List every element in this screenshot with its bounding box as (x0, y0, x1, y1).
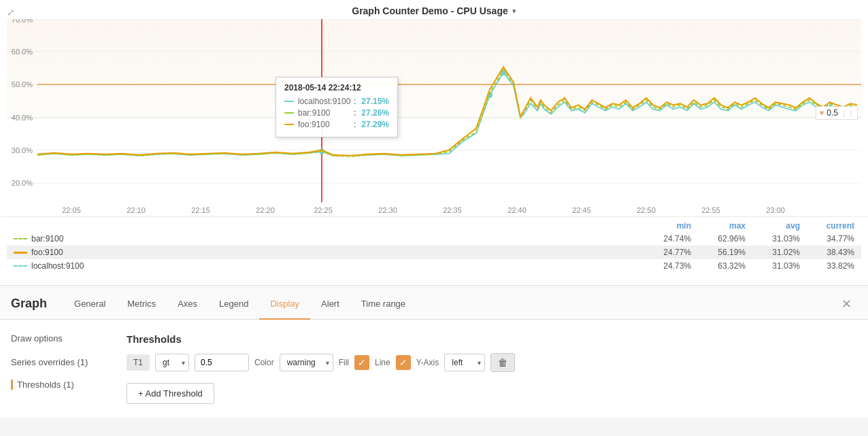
legend-min-bar: 24.74% (637, 234, 691, 244)
svg-text:23:00: 23:00 (766, 206, 785, 214)
legend-max-foo: 56.19% (691, 248, 746, 257)
svg-text:22:20: 22:20 (256, 206, 275, 214)
tooltip-series-localhost: localhost:9100 (298, 97, 354, 106)
series-overrides-label: Series overrides (1) (11, 357, 99, 367)
svg-text:40.0%: 40.0% (12, 114, 33, 122)
svg-text:22:50: 22:50 (637, 206, 656, 214)
legend-avg-bar: 31.03% (746, 234, 800, 244)
color-select[interactable]: warning critical ok custom (280, 354, 333, 371)
fill-field-label: Fill (339, 358, 349, 367)
threshold-heart-icon: ♥ (819, 108, 824, 118)
legend-line-bar (14, 238, 27, 239)
legend-row-localhost[interactable]: localhost:9100 24.73% 63.32% 31.03% 33.8… (7, 259, 861, 273)
svg-text:60.0%: 60.0% (12, 48, 33, 56)
legend-max-bar: 62.96% (691, 234, 746, 244)
chart-area: 70.0% 60.0% 50.0% 40.0% 30.0% 20.0% 22:0… (7, 19, 861, 216)
color-field-label: Color (254, 358, 274, 367)
condition-select-wrap: gt lt ge le ▾ (155, 354, 189, 371)
legend-name-bar: bar:9100 (31, 234, 637, 244)
delete-threshold-button[interactable]: 🗑 (490, 353, 515, 372)
threshold-row-t1: T1 gt lt ge le ▾ Color warning critica (127, 353, 857, 372)
tooltip-series-bar: bar:9100 (298, 108, 354, 118)
svg-text:20.0%: 20.0% (12, 179, 33, 187)
thresholds-title: Thresholds (127, 333, 857, 345)
panel-title: Graph (11, 288, 47, 319)
svg-text:22:40: 22:40 (507, 206, 527, 214)
tooltip-row-foo: foo:9100: 27.29% (284, 120, 389, 129)
legend-current-header: current (800, 221, 854, 231)
legend-row-foo[interactable]: foo:9100 24.77% 56.19% 31.02% 38.43% (7, 246, 861, 259)
legend-min-header: min (637, 221, 691, 231)
line-checkbox[interactable]: ✓ (396, 355, 411, 370)
tab-legend[interactable]: Legend (208, 289, 259, 320)
tab-display[interactable]: Display (259, 289, 310, 320)
legend-avg-header: avg (746, 221, 800, 231)
tooltip-val-localhost: 27.15% (361, 97, 389, 106)
legend-min-foo: 24.77% (637, 248, 691, 257)
tooltip-color-foo (284, 124, 294, 125)
tooltip-color-localhost (284, 101, 294, 102)
svg-text:70.0%: 70.0% (12, 19, 33, 24)
legend-min-localhost: 24.73% (637, 261, 691, 271)
threshold-label: ♥ 0.5 ⋮⋮ (816, 106, 858, 120)
fill-checkbox[interactable]: ✓ (354, 355, 369, 370)
legend-avg-foo: 31.02% (746, 248, 800, 257)
threshold-drag-icon[interactable]: ⋮⋮ (841, 110, 854, 117)
svg-text:22:35: 22:35 (443, 206, 462, 214)
tooltip-row-bar: bar:9100: 27.26% (284, 108, 389, 118)
draw-options-section: Draw options Series overrides (1) Thresh… (11, 333, 99, 404)
tooltip-val-foo: 27.29% (361, 120, 389, 129)
graph-title: Graph Counter Demo - CPU Usage (352, 5, 507, 16)
svg-text:30.0%: 30.0% (12, 146, 33, 154)
legend-current-localhost: 33.82% (800, 261, 854, 271)
legend-area: min max avg current bar:9100 24.74% 62.9… (0, 216, 868, 275)
bottom-panel: Graph General Metrics Axes Legend Displa… (0, 288, 868, 418)
svg-text:22:25: 22:25 (314, 206, 333, 214)
svg-text:22:45: 22:45 (572, 206, 591, 214)
legend-line-foo (14, 252, 27, 254)
line-field-label: Line (375, 358, 390, 367)
tooltip-time: 2018-05-14 22:24:12 (284, 83, 389, 93)
legend-line-localhost (14, 265, 27, 267)
tooltip-color-bar (284, 112, 294, 114)
threshold-badge-t1: T1 (127, 354, 150, 371)
tooltip-row-localhost: localhost:9100: 27.15% (284, 97, 389, 106)
legend-current-bar: 34.77% (800, 234, 854, 244)
tab-time-range[interactable]: Time range (350, 289, 416, 320)
svg-text:22:30: 22:30 (378, 206, 397, 214)
yaxis-select[interactable]: left right (444, 354, 485, 371)
top-panel: ⤢ Graph Counter Demo - CPU Usage ▾ (0, 0, 868, 286)
legend-name-localhost: localhost:9100 (31, 261, 637, 271)
graph-title-bar: ⤢ Graph Counter Demo - CPU Usage ▾ (0, 0, 868, 19)
svg-text:22:15: 22:15 (191, 206, 210, 214)
legend-row-bar[interactable]: bar:9100 24.74% 62.96% 31.03% 34.77% (7, 232, 861, 246)
svg-text:22:10: 22:10 (127, 206, 146, 214)
tooltip-series-foo: foo:9100 (298, 120, 354, 129)
legend-avg-localhost: 31.03% (746, 261, 800, 271)
yaxis-field-label: Y-Axis (416, 358, 439, 367)
panel-content: Draw options Series overrides (1) Thresh… (0, 320, 868, 418)
tab-metrics[interactable]: Metrics (116, 289, 167, 320)
color-select-wrap: warning critical ok custom ▾ (280, 354, 333, 371)
expand-icon[interactable]: ⤢ (7, 7, 15, 18)
svg-text:22:05: 22:05 (62, 206, 81, 214)
add-threshold-button[interactable]: + Add Threshold (127, 383, 214, 404)
thresholds-label: Thresholds (1) (11, 380, 99, 390)
legend-max-header: max (691, 221, 746, 231)
title-dropdown-icon[interactable]: ▾ (512, 7, 516, 16)
close-button[interactable]: ✕ (836, 291, 857, 317)
tab-axes[interactable]: Axes (167, 289, 208, 320)
tabs-bar: Graph General Metrics Axes Legend Displa… (0, 288, 868, 320)
tab-general[interactable]: General (63, 289, 116, 320)
svg-text:22:55: 22:55 (701, 206, 720, 214)
condition-select[interactable]: gt lt ge le (155, 354, 189, 371)
thresholds-section: Thresholds T1 gt lt ge le ▾ Color (127, 333, 857, 404)
yaxis-select-wrap: left right ▾ (444, 354, 485, 371)
legend-max-localhost: 63.32% (691, 261, 746, 271)
tab-alert[interactable]: Alert (310, 289, 350, 320)
chart-tooltip: 2018-05-14 22:24:12 localhost:9100: 27.1… (276, 77, 398, 137)
legend-header: min max avg current (7, 220, 861, 232)
threshold-value-input[interactable] (195, 354, 249, 371)
legend-name-foo: foo:9100 (31, 248, 637, 257)
draw-options-label: Draw options (11, 333, 99, 343)
